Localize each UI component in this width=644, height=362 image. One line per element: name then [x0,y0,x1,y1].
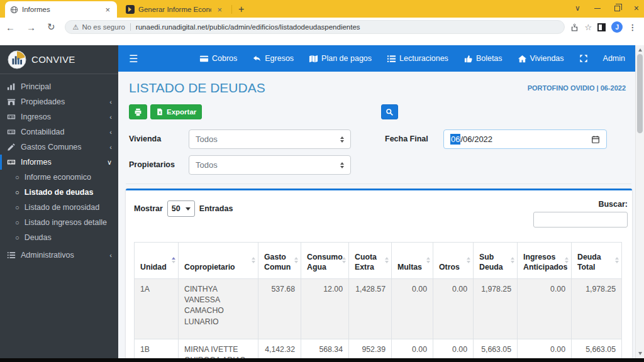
results-card: Mostrar 50 Entradas Buscar: Unidad [126,189,632,358]
close-window-button[interactable]: × [634,3,639,13]
tab-generar-informe[interactable]: Generar Informe Economico – W × [121,1,229,18]
propietarios-select[interactable]: Todos [189,155,351,175]
share-icon[interactable] [570,23,579,32]
browser-toolbar: ← → ↻ ⚠ No es seguro runaedi.runadigital… [0,18,644,36]
tab-informes[interactable]: Informes × [5,1,117,18]
omnibox-divider [130,23,131,31]
reload-button[interactable]: ↻ [42,21,61,33]
search-button[interactable] [381,104,398,119]
page-size-select[interactable]: 50 [167,200,195,217]
deudas-table: Unidad Copropietario Gasto Comun Consumo… [134,242,622,358]
side-panel-icon[interactable] [597,23,606,31]
date-day-segment[interactable]: 06 [450,134,460,145]
chevron-left-icon: ‹ [109,143,112,151]
screen-bottom-edge [0,358,644,362]
vivienda-select[interactable]: Todos [189,129,351,149]
page-scrollbar[interactable] [635,45,644,358]
scroll-down-arrow-icon[interactable] [638,352,642,355]
table-row[interactable]: 1B MIRNA IVETTE QUIROGA ARIAS 4,142.32 5… [135,339,622,358]
bookmark-star-icon[interactable]: ☆ [585,23,592,32]
credit-card-icon [199,54,209,63]
url-text[interactable]: runaedi.runadigital.net/public/admin/edi… [136,23,360,31]
window-chevron-icon[interactable]: ∨ [575,4,580,13]
money-check-icon [7,158,16,167]
sidebar-item-propiedades[interactable]: Propiedades ‹ [0,94,118,109]
sidebar-item-ingresos[interactable]: Ingresos ‹ [0,109,118,124]
table-row[interactable]: 1A CINTHYA VANESSA CAMACHO LUNARIO 537.6… [135,279,622,339]
back-button[interactable]: ← [0,22,21,33]
column-header-deuda-total[interactable]: Deuda Total [572,243,622,279]
app-window: CONVIVE Principal Propiedades ‹ Ingresos… [0,45,635,358]
security-label[interactable]: No es seguro [82,23,125,31]
propietarios-label: Propietarios [129,155,175,169]
nav-item-egresos[interactable]: Egresos [252,54,294,63]
nav-item-lecturaciones[interactable]: Lecturaciones [387,54,448,63]
convive-logo-icon [8,50,26,69]
browser-menu-icon[interactable]: ⋮ [628,23,636,32]
nav-item-admin[interactable]: Admin [603,54,625,63]
hamburger-menu-icon[interactable]: ☰ [129,53,138,65]
sidebar-item-informes[interactable]: Informes ∨ [0,155,118,170]
sidebar-item-gastos-comunes[interactable]: Gastos Comunes ‹ [0,140,118,155]
money-check-icon [7,128,16,137]
building-period-label: PORTOFINO OVIDIO | 06-2022 [528,84,626,92]
restore-button[interactable] [614,6,620,11]
pen-file-icon [7,143,16,152]
thumbs-up-icon [464,54,473,63]
sidebar-item-listado-de-deudas[interactable]: ○ Listado de deudas [0,185,118,200]
fecha-final-input[interactable]: 06/06/2022 [443,129,607,149]
address-bar[interactable]: ⚠ No es seguro runaedi.runadigital.net/p… [65,20,565,34]
sort-icon [252,257,255,263]
list-lines-icon [387,54,396,63]
column-header-copropietario[interactable]: Copropietario [179,243,258,279]
column-header-unidad[interactable]: Unidad [135,243,179,279]
tab-title: Generar Informe Economico – W [138,6,211,13]
excel-file-icon [156,108,164,116]
close-tab-icon[interactable]: × [215,5,224,14]
column-header-consumo-agua[interactable]: Consumo Agua [301,243,349,279]
column-header-multas[interactable]: Multas [392,243,433,279]
scrollbar-thumb[interactable] [637,54,643,133]
new-tab-button[interactable]: + [235,4,248,15]
sort-icon [615,257,619,263]
page-title: LISTADO DE DEUDAS [129,80,265,96]
print-button[interactable] [129,104,147,119]
sort-icon [294,257,298,263]
sidebar-item-listado-ingresos-detalle[interactable]: ○ Listado ingresos detalle [0,215,118,230]
buscar-input[interactable] [533,212,628,228]
column-header-cuota-extra[interactable]: Cuota Extra [349,243,392,279]
sort-icon [342,257,346,263]
vivienda-label: Vivienda [129,129,161,143]
sidebar-item-contabilidad[interactable]: Contabilidad ‹ [0,124,118,140]
printer-icon [134,108,142,116]
close-tab-icon[interactable]: × [103,5,112,14]
chevron-left-icon: ‹ [109,128,112,136]
export-button[interactable]: Exportar [150,104,202,119]
column-header-sub-deuda[interactable]: Sub Deuda [474,243,518,279]
sidebar-item-principal[interactable]: Principal [0,79,118,94]
circle-icon: ○ [15,219,19,226]
profile-avatar[interactable]: J [611,21,623,33]
nav-item-cobros[interactable]: Cobros [199,54,237,63]
nav-item-boletas[interactable]: Boletas [464,54,502,63]
column-header-gasto-comun[interactable]: Gasto Comun [258,243,301,279]
chart-bar-icon [7,82,16,92]
nav-item-viviendas[interactable]: Viviendas [518,54,564,63]
date-rest-segment[interactable]: /06/2022 [460,134,492,144]
sidebar-item-deudas[interactable]: ○ Deudas [0,230,118,245]
forward-button[interactable]: → [21,22,42,33]
column-header-ingresos-anticipados[interactable]: Ingresos Anticipados [518,243,572,279]
circle-icon: ○ [15,173,19,181]
calendar-icon[interactable] [591,135,600,144]
circle-icon: ○ [15,204,19,211]
sidebar-item-administrativos[interactable]: Administrativos ‹ [0,248,118,263]
nav-item-plan-de-pagos[interactable]: Plan de pagos [309,54,372,63]
sidebar-item-listado-de-morosidad[interactable]: ○ Listado de morosidad [0,200,118,215]
fullscreen-expand-icon[interactable] [579,54,588,63]
select-arrows-icon [340,136,344,143]
minimize-button[interactable] [594,8,601,9]
brand[interactable]: CONVIVE [0,45,118,74]
sidebar-item-informe-economico[interactable]: ○ Informe economico [0,170,118,185]
column-header-otros[interactable]: Otros [433,243,474,279]
scroll-up-arrow-icon[interactable] [638,48,642,52]
